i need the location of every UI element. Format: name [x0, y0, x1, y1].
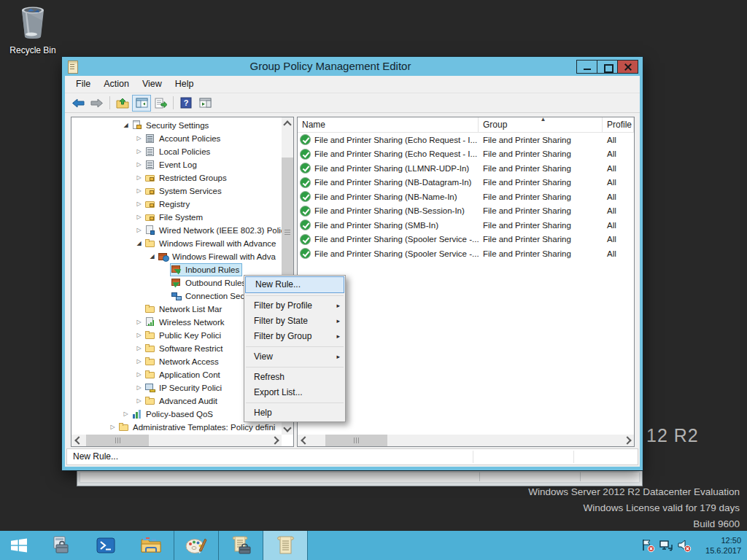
tree-item-inner[interactable]: File System — [144, 211, 206, 224]
list-horizontal-scrollbar[interactable] — [298, 435, 634, 446]
tree-item-inner[interactable]: IP Security Polici — [144, 381, 225, 394]
context-menu-item-filter-by-group[interactable]: Filter by Group▸ — [244, 329, 345, 344]
tree-item[interactable]: ◢ Windows Firewall with Advance — [71, 237, 282, 250]
firewall-rule-row[interactable]: File and Printer Sharing (LLMNR-UDP-In) … — [298, 161, 634, 176]
tree-expand-arrow[interactable]: ◢ — [121, 119, 131, 132]
start-button[interactable] — [0, 531, 38, 560]
tree-item-inner[interactable]: Administrative Templates: Policy defini — [117, 421, 278, 434]
help-button[interactable]: ? — [177, 95, 196, 112]
tree-expand-arrow[interactable]: ▷ — [134, 184, 144, 198]
context-menu-item-help[interactable]: Help — [244, 405, 345, 421]
tree-item-inner[interactable]: Restricted Groups — [144, 171, 230, 184]
scrollbar-thumb[interactable] — [86, 435, 149, 446]
scrollbar-thumb[interactable] — [325, 435, 387, 446]
menu-view[interactable]: View — [136, 76, 169, 93]
tree-item[interactable]: ▷ System Services — [71, 184, 282, 198]
gpme-window-button[interactable] — [263, 531, 307, 560]
tree-expand-arrow[interactable]: ▷ — [134, 368, 144, 381]
tree-item[interactable]: ▷ Event Log — [71, 158, 282, 171]
tree-item-inner[interactable]: Policy-based QoS — [131, 408, 216, 421]
tree-expand-arrow[interactable]: ▷ — [134, 211, 144, 224]
tree-item[interactable]: ▷ Registry — [71, 198, 282, 211]
scroll-left-button[interactable] — [298, 435, 309, 446]
show-action-pane-button[interactable] — [196, 95, 214, 112]
tree-item-inner[interactable]: Registry — [144, 198, 193, 211]
tree-expand-arrow[interactable]: ▷ — [134, 316, 144, 329]
tree-expand-arrow[interactable]: ▷ — [134, 329, 144, 342]
scroll-down-button[interactable] — [282, 423, 293, 435]
recycle-bin[interactable]: Recycle Bin — [6, 4, 60, 55]
paint-window-button[interactable] — [174, 531, 218, 560]
context-menu-item-refresh[interactable]: Refresh — [244, 370, 345, 385]
column-header-profile[interactable]: Profile — [603, 117, 634, 132]
firewall-rule-row[interactable]: File and Printer Sharing (Echo Request -… — [298, 133, 634, 147]
tree-item-inner[interactable]: Outbound Rules — [170, 276, 249, 289]
context-menu-item-new-rule[interactable]: New Rule... — [245, 276, 344, 293]
forward-button[interactable] — [88, 95, 107, 112]
tree-expand-arrow[interactable]: ▷ — [134, 132, 144, 145]
tree-item-inner[interactable]: Windows Firewall with Adva — [157, 250, 279, 263]
scroll-up-button[interactable] — [282, 117, 293, 129]
tree-item-inner[interactable]: System Services — [144, 184, 225, 198]
back-button[interactable] — [69, 95, 88, 112]
tree-expand-arrow[interactable]: ▷ — [134, 342, 144, 355]
tree-item-inner[interactable]: Wireless Network — [144, 316, 227, 329]
tree-item[interactable]: ◢ Windows Firewall with Adva — [71, 250, 282, 263]
tree-item[interactable]: ▷ File System — [71, 211, 282, 224]
menu-action[interactable]: Action — [97, 76, 136, 93]
tree-item-inner[interactable]: Network List Mar — [144, 303, 225, 316]
tree-item-inner[interactable]: Local Policies — [144, 145, 213, 158]
scroll-left-button[interactable] — [71, 435, 83, 446]
tree-item-inner[interactable]: Advanced Audit — [144, 394, 220, 408]
taskbar-clock[interactable]: 12:50 15.6.2017 — [699, 535, 741, 556]
firewall-rule-row[interactable]: File and Printer Sharing (NB-Datagram-In… — [298, 176, 634, 190]
context-menu-item-export-list[interactable]: Export List... — [244, 385, 345, 400]
tree-item-inner[interactable]: Wired Network (IEEE 802.3) Polic — [144, 224, 282, 237]
tree-item[interactable]: ◢ Security Settings — [71, 119, 282, 132]
close-button[interactable] — [617, 60, 638, 74]
tree-expand-arrow[interactable]: ▷ — [134, 145, 144, 158]
firewall-rule-row[interactable]: File and Printer Sharing (Spooler Servic… — [298, 246, 634, 261]
context-menu-item-filter-by-profile[interactable]: Filter by Profile▸ — [244, 298, 345, 314]
firewall-rule-row[interactable]: File and Printer Sharing (SMB-In) File a… — [298, 218, 634, 233]
tree-expand-arrow[interactable]: ▷ — [134, 171, 144, 184]
scroll-right-button[interactable] — [622, 435, 634, 446]
column-header-group[interactable]: Group▲ — [479, 117, 603, 132]
firewall-rule-row[interactable]: File and Printer Sharing (NB-Session-In)… — [298, 204, 634, 219]
column-header-name[interactable]: Name — [298, 117, 479, 132]
tree-expand-arrow[interactable]: ▷ — [134, 355, 144, 368]
context-menu-item-view[interactable]: View▸ — [244, 349, 345, 365]
file-explorer-button[interactable] — [128, 531, 174, 560]
tree-item-inner[interactable]: Network Access — [144, 355, 222, 368]
tree-expand-arrow[interactable]: ▷ — [134, 198, 144, 211]
tree-item[interactable]: ▷ Account Policies — [71, 132, 282, 145]
minimize-button[interactable] — [576, 60, 597, 74]
tree-expand-arrow[interactable]: ◢ — [147, 250, 157, 263]
tree-item-inner[interactable]: Windows Firewall with Advance — [144, 237, 279, 250]
tree-expand-arrow[interactable]: ▷ — [134, 224, 144, 237]
scroll-right-button[interactable] — [270, 435, 282, 446]
firewall-rule-row[interactable]: File and Printer Sharing (Echo Request -… — [298, 147, 634, 162]
background-window-edge[interactable] — [77, 471, 643, 486]
tree-item[interactable]: ▷ Restricted Groups — [71, 171, 282, 184]
tree-item-inner[interactable]: Account Policies — [144, 132, 223, 145]
context-menu-item-filter-by-state[interactable]: Filter by State▸ — [244, 314, 345, 329]
menu-help[interactable]: Help — [169, 76, 201, 93]
maximize-button[interactable] — [597, 60, 618, 74]
tree-expand-arrow[interactable]: ▷ — [134, 158, 144, 171]
tree-expand-arrow[interactable]: ▷ — [108, 421, 117, 434]
action-center-flag-icon[interactable] — [640, 537, 656, 553]
tree-item-inner[interactable]: Event Log — [144, 158, 200, 171]
tree-item-inner[interactable]: Security Settings — [131, 119, 212, 132]
tree-item[interactable]: ▷ Administrative Templates: Policy defin… — [71, 421, 282, 434]
export-list-button[interactable] — [151, 95, 170, 112]
firewall-rule-row[interactable]: File and Printer Sharing (NB-Name-In) Fi… — [298, 190, 634, 204]
tree-item-inner[interactable]: Application Cont — [144, 368, 223, 381]
server-manager-button[interactable] — [38, 531, 83, 560]
tree-item-inner[interactable]: Software Restrict — [144, 342, 226, 355]
titlebar[interactable]: Group Policy Management Editor — [62, 57, 643, 76]
menu-file[interactable]: File — [69, 76, 97, 93]
tree-item[interactable]: ▷ Wired Network (IEEE 802.3) Polic — [71, 224, 282, 237]
network-icon[interactable] — [658, 537, 674, 553]
volume-muted-icon[interactable] — [676, 537, 692, 553]
